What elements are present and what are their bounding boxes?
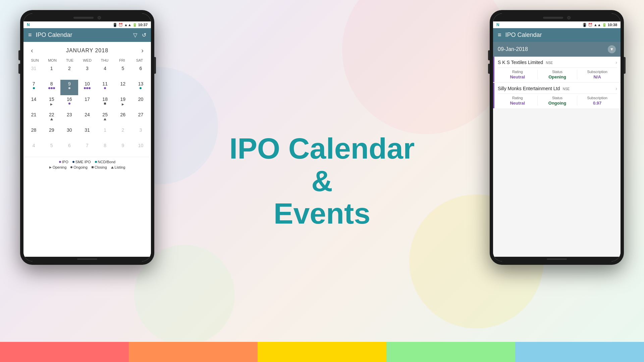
cal-day-19[interactable]: 19 ▶ (114, 95, 132, 111)
volume-btn-2 (18, 64, 20, 74)
calendar-nav: ‹ JANUARY 2018 › (25, 44, 150, 58)
cal-day-3-feb[interactable]: 3 (132, 126, 150, 141)
month-year-label: JANUARY 2018 (66, 48, 108, 54)
legend-row-1: IPO SME IPO NCD/Bond (28, 160, 146, 164)
cal-day-16[interactable]: 16 (60, 95, 78, 111)
volume-btn-p2 (488, 50, 490, 60)
alarm-icon-2: ⏰ (588, 23, 593, 27)
cal-day-1[interactable]: 1 (43, 64, 60, 80)
promo-ampersand: & (229, 165, 415, 197)
ipo-item-silly-monks[interactable]: Silly Monks Entertainment Ltd NSE › Rati… (493, 83, 621, 108)
center-promo-text: IPO Calendar & Events (229, 132, 415, 230)
cal-day-12[interactable]: 12 (114, 80, 132, 95)
phone-camera-2 (567, 16, 571, 19)
expand-date-button[interactable]: ▼ (608, 45, 616, 53)
cal-day-2-feb[interactable]: 2 (114, 126, 132, 141)
refresh-button[interactable]: ↺ (142, 32, 146, 38)
day-fri: FRI (113, 58, 131, 63)
app-title-phone1: IPO Calendar (36, 32, 129, 39)
cal-day-13[interactable]: 13 (132, 80, 150, 95)
cal-day-25[interactable]: 25 (96, 111, 114, 126)
ipo-details-silly-monks: Rating Neutral Status Ongoing Subscripti… (498, 94, 617, 106)
cal-day-30[interactable]: 30 (60, 126, 78, 141)
ipo-name-silly-monks: Silly Monks Entertainment Ltd NSE (498, 85, 570, 92)
promo-line3: Events (229, 197, 415, 230)
legend-opening: ▶ Opening (49, 165, 67, 169)
prev-month-button[interactable]: ‹ (28, 46, 36, 55)
cal-day-10[interactable]: 10 (78, 80, 96, 95)
signal-icon-2: ▲▲ (594, 23, 601, 27)
opening-arrow-icon: ▶ (49, 166, 52, 169)
selected-date: 09-Jan-2018 (498, 46, 528, 52)
day-sun: SUN (26, 58, 44, 63)
cal-day-5-feb[interactable]: 5 (43, 141, 60, 157)
ipo-list: S K S Textiles Limited NSE › Rating Neut… (493, 57, 621, 257)
vibrate-icon: 📳 (113, 23, 117, 27)
nexus-icon: N (27, 22, 30, 27)
time-display-2: 10:38 (608, 23, 617, 27)
day-thu: THU (96, 58, 113, 63)
calendar-grid: SUN MON TUE WED THU FRI SAT 31 1 2 3 4 5… (25, 58, 150, 157)
cal-day-31-dec[interactable]: 31 (25, 64, 43, 80)
ipo-status-col-silly-monks: Status Ongoing (538, 96, 578, 106)
date-bar: 09-Jan-2018 ▼ (493, 42, 621, 57)
ipo-dot-icon (59, 161, 61, 163)
cal-day-3[interactable]: 3 (78, 64, 96, 80)
cal-day-6[interactable]: 6 (132, 64, 150, 80)
menu-button-phone1[interactable]: ≡ (28, 32, 32, 39)
cal-day-5[interactable]: 5 (114, 64, 132, 80)
phone-speaker (73, 17, 94, 19)
cal-day-10-feb[interactable]: 10 (132, 141, 150, 157)
week-3: 14 15 ▶ 16 17 18 (25, 95, 150, 111)
cal-day-20[interactable]: 20 (132, 95, 150, 111)
cal-day-4[interactable]: 4 (96, 64, 114, 80)
cal-day-21[interactable]: 21 (25, 111, 43, 126)
closing-square-icon (92, 166, 94, 168)
cal-day-4-feb[interactable]: 4 (25, 141, 43, 157)
status-bar-phone2: N 📳 ⏰ ▲▲ 🔋 10:38 (493, 21, 621, 28)
cal-day-9-feb[interactable]: 9 (114, 141, 132, 157)
cal-day-17[interactable]: 17 (78, 95, 96, 111)
cal-day-31[interactable]: 31 (78, 126, 96, 141)
cal-day-27[interactable]: 27 (132, 111, 150, 126)
cal-day-22[interactable]: 22 (43, 111, 60, 126)
cal-day-11[interactable]: 11 (96, 80, 114, 95)
volume-btn-2-p2 (488, 64, 490, 74)
ipo-item-sks[interactable]: S K S Textiles Limited NSE › Rating Neut… (493, 57, 621, 82)
ipo-name-sks: S K S Textiles Limited NSE (498, 59, 553, 65)
status-bar-phone1: N 📳 ⏰ ▲▲ 🔋 10:37 (23, 21, 151, 28)
home-indicator-2 (547, 258, 567, 260)
chevron-right-sks: › (615, 60, 617, 65)
volume-btn (18, 50, 20, 60)
cal-day-14[interactable]: 14 (25, 95, 43, 111)
filter-button[interactable]: ▽ (133, 32, 137, 38)
vibrate-icon-2: 📳 (582, 23, 587, 27)
cal-day-9-today[interactable]: 9 (60, 80, 78, 95)
cal-day-28[interactable]: 28 (25, 126, 43, 141)
battery-icon-2: 🔋 (602, 23, 607, 27)
legend-listing: Listing (111, 165, 125, 169)
phone-speaker-2 (543, 17, 563, 19)
cal-day-15[interactable]: 15 ▶ (43, 95, 60, 111)
legend-ipo: IPO (59, 160, 68, 164)
cal-day-7[interactable]: 7 (25, 80, 43, 95)
cal-day-24[interactable]: 24 (78, 111, 96, 126)
cal-day-23[interactable]: 23 (60, 111, 78, 126)
listing-triangle-icon (111, 166, 114, 169)
cal-day-18[interactable]: 18 (96, 95, 114, 111)
nexus-icon-2: N (496, 22, 499, 27)
cal-day-6-feb[interactable]: 6 (60, 141, 78, 157)
next-month-button[interactable]: › (139, 46, 146, 55)
cal-day-29[interactable]: 29 (43, 126, 60, 141)
cal-day-8-feb[interactable]: 8 (96, 141, 114, 157)
cal-day-7-feb[interactable]: 7 (78, 141, 96, 157)
cal-day-8[interactable]: 8 (43, 80, 60, 95)
chevron-right-silly-monks: › (615, 86, 617, 91)
cal-day-2[interactable]: 2 (60, 64, 78, 80)
legend-ncd-bond: NCD/Bond (95, 160, 116, 164)
ongoing-dot-icon (70, 166, 72, 168)
cal-day-1-feb[interactable]: 1 (96, 126, 114, 141)
cal-day-26[interactable]: 26 (114, 111, 132, 126)
signal-icon: ▲▲ (124, 23, 131, 27)
menu-button-phone2[interactable]: ≡ (498, 32, 501, 39)
